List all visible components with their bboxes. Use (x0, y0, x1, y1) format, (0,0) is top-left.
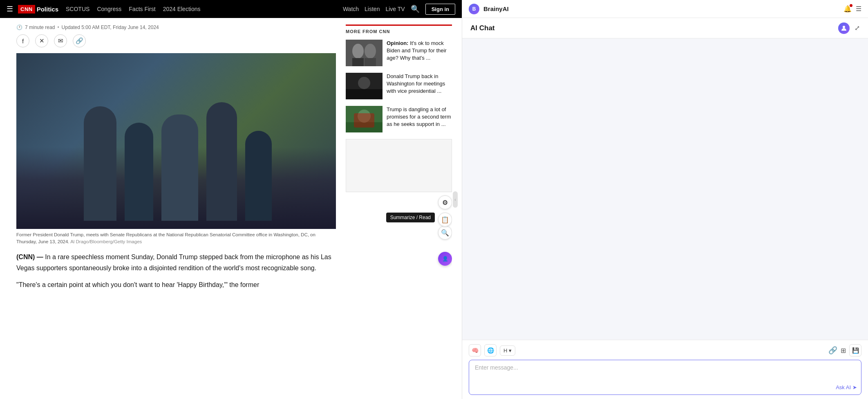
chevron-down-icon: ▾ (509, 347, 512, 354)
figure-4 (206, 102, 237, 221)
hamburger-icon[interactable]: ☰ (7, 4, 13, 13)
article-main-image (16, 53, 336, 229)
toolbar-model-label: H (503, 347, 507, 354)
toolbar-icons-row: 🧠 🌐 H ▾ 🔗 ⊞ 💾 (469, 344, 861, 356)
toolbar-link-icon[interactable]: 🔗 (828, 346, 837, 355)
sidebar-thumb-3 (346, 106, 383, 132)
send-icon: ➤ (852, 384, 857, 390)
brainy-user-avatar[interactable] (838, 22, 850, 34)
message-input[interactable] (475, 364, 841, 389)
article-paragraph-1: (CNN) — In a rare speechless moment Sund… (16, 251, 336, 273)
svg-rect-6 (346, 89, 383, 99)
article-updated-time: Updated 5:00 AM EDT, Friday June 14, 202… (62, 25, 159, 30)
copy-link-icon[interactable]: 🔗 (73, 34, 86, 47)
cnn-logo[interactable]: CNN (18, 5, 35, 13)
article-layout: 🕐 7 minute read • Updated 5:00 AM EDT, F… (0, 18, 462, 399)
ask-ai-label: Ask AI (836, 384, 851, 390)
sidebar-card-1[interactable]: Opinion: It's ok to mock Biden and Trump… (346, 40, 452, 66)
brainy-chat-title: AI Chat (470, 24, 833, 32)
nav-link-factsfirst[interactable]: Facts First (129, 6, 155, 12)
article-sidebar: MORE FROM CNN Opinion: It's ok to mock B… (346, 25, 452, 391)
sidebar-card-2[interactable]: Donald Trump back in Washington for meet… (346, 73, 452, 99)
figure-5 (245, 131, 272, 221)
svg-rect-0 (346, 40, 383, 66)
image-caption: Former President Donald Trump, meets wit… (16, 231, 336, 246)
brainy-app-name: BrainyAI (483, 5, 509, 12)
summarize-tool-button[interactable]: 📋 (438, 213, 452, 226)
svg-rect-3 (352, 58, 364, 66)
svg-point-7 (358, 77, 370, 89)
brainy-topbar: B BrainyAI 🔔 ☰ (462, 0, 868, 18)
settings-tool-button[interactable]: ⚙ (438, 195, 452, 209)
nav-link-2024elections[interactable]: 2024 Elections (163, 6, 201, 12)
brainy-bottom-toolbar: 🧠 🌐 H ▾ 🔗 ⊞ 💾 Ask AI ➤ (462, 340, 868, 399)
nav-link-scotus[interactable]: SCOTUS (66, 6, 89, 12)
image-figures (84, 102, 272, 221)
brainy-menu-icon[interactable]: ☰ (856, 5, 861, 13)
more-from-cnn-label: MORE FROM CNN (346, 25, 452, 34)
brainy-logo-icon: B (469, 4, 479, 14)
sidebar-card-3[interactable]: Trump is dangling a lot of promises for … (346, 106, 452, 132)
image-credit: Al Drago/Bloomberg/Getty Images (70, 239, 142, 244)
toolbar-globe-icon[interactable]: 🌐 (484, 344, 497, 356)
nav-livetv-link[interactable]: Live TV (385, 6, 405, 12)
figure-3 (161, 114, 198, 221)
article-meta: 🕐 7 minute read • Updated 5:00 AM EDT, F… (16, 25, 336, 30)
email-share-icon[interactable]: ✉ (54, 34, 67, 47)
clock-icon: 🕐 (16, 25, 22, 30)
article-main-col: 🕐 7 minute read • Updated 5:00 AM EDT, F… (16, 25, 336, 391)
nav-right-links: Watch Listen Live TV 🔍 Sign in (343, 4, 455, 15)
summarize-tooltip: Summarize / Read (386, 213, 435, 222)
figure-1 (84, 106, 116, 221)
share-row: f ✕ ✉ 🔗 (16, 34, 336, 47)
nav-listen-link[interactable]: Listen (365, 6, 380, 12)
svg-point-12 (843, 26, 845, 28)
search-tool-button[interactable]: 🔍 (438, 226, 452, 240)
nav-link-congress[interactable]: Congress (97, 6, 121, 12)
svg-point-1 (352, 44, 364, 58)
brainy-bell-icon[interactable]: 🔔 (843, 5, 852, 13)
facebook-share-icon[interactable]: f (16, 34, 29, 47)
message-input-wrap: Ask AI ➤ (469, 360, 861, 395)
toolbar-save-icon[interactable]: 💾 (849, 344, 861, 356)
send-button[interactable]: Ask AI ➤ (836, 384, 857, 390)
signin-button[interactable]: Sign in (425, 4, 455, 15)
brainy-bell-dot (850, 4, 852, 7)
search-icon[interactable]: 🔍 (411, 4, 420, 13)
figure-2 (125, 123, 153, 221)
brainy-chat-header: AI Chat ⤢ (462, 18, 868, 38)
toolbar-grid-icon[interactable]: ⊞ (841, 347, 846, 354)
twitter-share-icon[interactable]: ✕ (35, 34, 48, 47)
brainy-expand-icon[interactable]: ⤢ (855, 24, 860, 32)
sidebar-card-text-2: Donald Trump back in Washington for meet… (387, 73, 452, 99)
cnn-panel: ☰ CNN Politics SCOTUS Congress Facts Fir… (0, 0, 462, 399)
user-avatar-button[interactable]: 👤 (438, 252, 452, 266)
article-read-time: 7 minute read (25, 25, 55, 30)
ad-placeholder (346, 139, 452, 192)
brainy-chat-area (462, 38, 868, 340)
toolbar-brainy-icon[interactable]: 🧠 (469, 344, 481, 356)
svg-rect-11 (354, 113, 374, 128)
nav-section-politics[interactable]: Politics (37, 6, 58, 13)
nav-watch-link[interactable]: Watch (343, 6, 359, 12)
svg-point-2 (365, 44, 376, 58)
sidebar-thumb-1 (346, 40, 383, 66)
sidebar-resize-handle[interactable]: ‹ (453, 191, 458, 208)
sidebar-card-text-3: Trump is dangling a lot of promises for … (387, 106, 452, 132)
sidebar-card-text-1: Opinion: It's ok to mock Biden and Trump… (387, 40, 452, 66)
svg-rect-4 (365, 58, 376, 66)
brainy-panel: B BrainyAI 🔔 ☰ AI Chat ⤢ 🧠 🌐 H ▾ 🔗 ⊞ (462, 0, 868, 399)
toolbar-model-dropdown[interactable]: H ▾ (500, 345, 515, 356)
sidebar-thumb-2 (346, 73, 383, 99)
article-image-wrap: Former President Donald Trump, meets wit… (16, 53, 336, 246)
article-text-body: (CNN) — In a rare speechless moment Sund… (16, 251, 336, 291)
article-paragraph-2: "There's a certain point at which you do… (16, 279, 336, 290)
cnn-navbar: ☰ CNN Politics SCOTUS Congress Facts Fir… (0, 0, 462, 18)
